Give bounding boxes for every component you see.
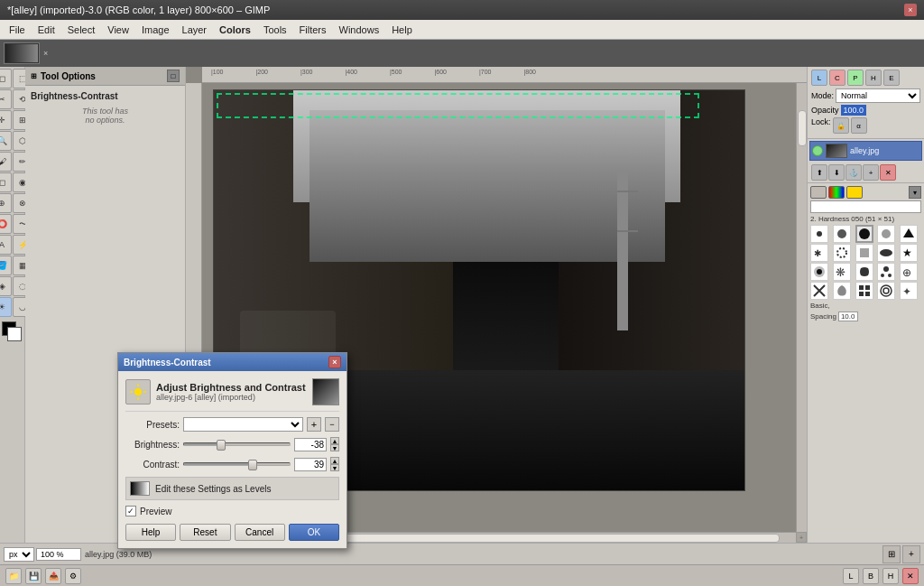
bc-edit-levels[interactable]: Edit these Settings as Levels [125, 477, 339, 500]
help-btn[interactable]: Help [125, 524, 176, 541]
tool-clone[interactable]: ⊕ [0, 193, 12, 213]
preset-add-btn[interactable]: + [307, 417, 321, 432]
contrast-spin-down[interactable]: ▼ [330, 464, 339, 471]
status-script-icon[interactable]: ⚙ [65, 568, 81, 584]
preset-remove-btn[interactable]: − [325, 417, 339, 432]
layer-entry[interactable]: alley.jpg [809, 141, 922, 161]
panel-history-icon[interactable]: H [865, 70, 882, 86]
tool-eraser[interactable]: ◻ [0, 172, 12, 192]
status-brushes-icon[interactable]: B [863, 568, 879, 584]
panel-paths-icon[interactable]: P [847, 70, 864, 86]
contrast-spinner[interactable]: ▲ ▼ [330, 457, 339, 471]
lock-alpha-icon[interactable]: α [851, 117, 867, 134]
status-cancel-icon[interactable]: ✕ [902, 568, 919, 584]
tool-crop[interactable]: ✂ [0, 89, 12, 109]
brush-item[interactable] [810, 263, 828, 281]
brush-item[interactable] [855, 225, 873, 243]
brightness-value-input[interactable]: -38 [294, 438, 327, 451]
menu-windows[interactable]: Windows [334, 23, 385, 37]
tool-text[interactable]: A [0, 235, 12, 255]
tool-color-picker[interactable]: ◈ [0, 276, 12, 296]
brightness-spin-up[interactable]: ▲ [330, 437, 339, 444]
panel-channels-icon[interactable]: C [829, 70, 845, 86]
anchor-layer-btn[interactable]: ⚓ [845, 164, 862, 181]
new-layer-from-bottom-btn[interactable]: ⬇ [828, 164, 845, 181]
status-layers-icon[interactable]: L [843, 568, 859, 584]
window-close-button[interactable]: × [904, 4, 917, 16]
new-layer-btn[interactable]: + [863, 164, 879, 181]
delete-layer-btn[interactable]: ✕ [880, 164, 896, 181]
brush-tab-palette[interactable] [846, 186, 863, 199]
tool-move[interactable]: ✛ [0, 110, 12, 130]
new-layer-from-top-btn[interactable]: ⬆ [811, 164, 827, 181]
presets-select[interactable] [183, 417, 303, 432]
contrast-spin-up[interactable]: ▲ [330, 457, 339, 464]
contrast-value-input[interactable]: 39 [294, 458, 327, 471]
tool-zoom[interactable]: 🔍 [0, 131, 12, 151]
status-folder-icon[interactable]: 📁 [5, 568, 22, 584]
brush-tab-pattern[interactable] [810, 186, 827, 199]
zoom-input[interactable] [36, 548, 81, 561]
brushes-panel-menu[interactable]: ▾ [909, 186, 921, 199]
canvas-corner-btn[interactable]: + [796, 532, 807, 543]
opacity-value[interactable]: 100.0 [841, 105, 867, 116]
brush-item[interactable] [855, 282, 873, 300]
tool-bucket[interactable]: 🪣 [0, 256, 12, 275]
menu-tools[interactable]: Tools [258, 23, 292, 37]
cancel-btn[interactable]: Cancel [235, 524, 285, 541]
brush-item[interactable] [877, 225, 895, 243]
brightness-spinner[interactable]: ▲ ▼ [330, 437, 339, 451]
menu-layer[interactable]: Layer [177, 23, 213, 37]
menu-view[interactable]: View [102, 23, 134, 37]
brush-item[interactable] [877, 244, 895, 262]
contrast-thumb[interactable] [248, 460, 257, 470]
menu-help[interactable]: Help [386, 23, 418, 37]
brush-item[interactable] [833, 225, 851, 243]
brush-item[interactable] [855, 244, 873, 262]
mode-select[interactable]: Normal [836, 88, 920, 103]
brush-item[interactable] [900, 225, 918, 243]
status-save-icon[interactable]: 💾 [25, 568, 42, 584]
panel-extra-icon[interactable]: E [883, 70, 900, 86]
menu-colors[interactable]: Colors [214, 23, 256, 37]
tool-brightness[interactable]: ☀ [0, 297, 12, 317]
reset-btn[interactable]: Reset [180, 524, 230, 541]
canvas-vscrollbar[interactable] [796, 83, 807, 532]
brush-item[interactable] [877, 282, 895, 300]
brightness-slider[interactable] [183, 442, 291, 446]
brush-item[interactable]: ★ [900, 244, 918, 262]
thumbnail-close[interactable]: × [43, 49, 48, 58]
brightness-spin-down[interactable]: ▼ [330, 444, 339, 451]
image-thumbnail[interactable] [4, 42, 40, 64]
menu-filters[interactable]: Filters [294, 23, 332, 37]
contrast-slider[interactable] [183, 462, 291, 466]
brush-item[interactable] [833, 282, 851, 300]
brush-item[interactable] [810, 225, 828, 243]
unit-select[interactable]: px [4, 547, 34, 562]
brush-item[interactable]: ✱ [810, 244, 828, 262]
brush-item[interactable] [855, 263, 873, 281]
bc-dialog-close-btn[interactable]: × [328, 356, 341, 368]
brightness-thumb[interactable] [217, 440, 226, 451]
status-history-icon[interactable]: H [882, 568, 899, 584]
ok-btn[interactable]: OK [289, 524, 339, 541]
menu-edit[interactable]: Edit [32, 23, 60, 37]
menu-file[interactable]: File [4, 23, 31, 37]
brush-item[interactable]: ❋ [833, 263, 851, 281]
preview-checkbox[interactable]: ✓ [125, 506, 136, 516]
brush-item[interactable]: ✦ [900, 282, 918, 300]
tool-paintbrush[interactable]: 🖌 [0, 152, 12, 172]
zoom-fit-btn[interactable]: ⊞ [882, 545, 901, 563]
status-export-icon[interactable]: 📤 [45, 568, 61, 584]
brush-item[interactable] [810, 282, 828, 300]
brush-tab-gradient[interactable] [828, 186, 845, 199]
tool-free-select[interactable]: ◻ [0, 69, 12, 88]
menu-select[interactable]: Select [62, 23, 101, 37]
menu-image[interactable]: Image [136, 23, 175, 37]
zoom-in-btn[interactable]: + [902, 545, 920, 563]
spacing-value[interactable]: 10.0 [838, 312, 858, 321]
lock-position-icon[interactable]: 🔒 [833, 117, 849, 134]
layer-visibility-toggle[interactable] [812, 145, 823, 156]
brush-item[interactable]: ⊕ [900, 263, 918, 281]
brushes-filter-input[interactable] [810, 200, 921, 213]
